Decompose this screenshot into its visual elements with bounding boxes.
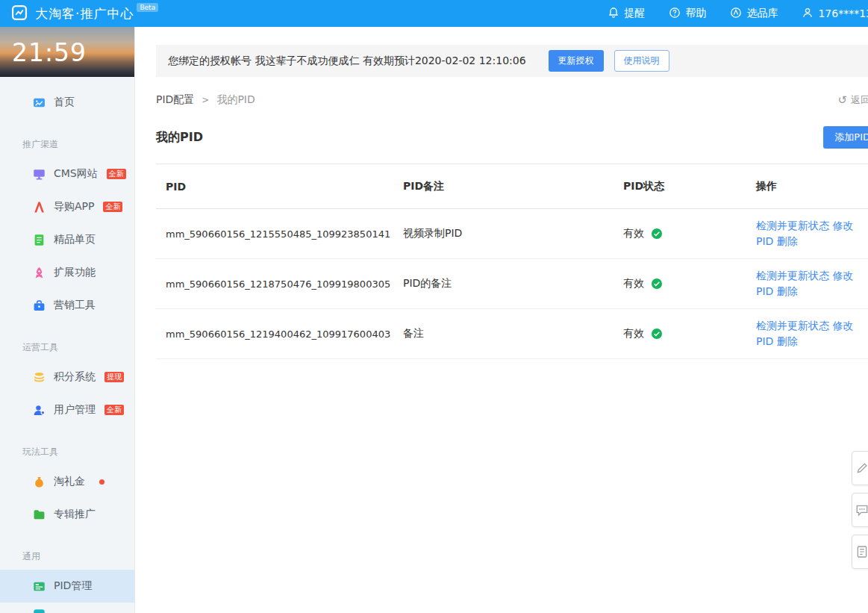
- action-link[interactable]: 删除: [777, 335, 798, 347]
- cms-icon: [33, 168, 46, 181]
- status-text: 有效: [623, 277, 644, 290]
- doc-icon: [855, 545, 868, 558]
- pid-status-cell: 有效: [613, 268, 746, 299]
- sidebar-item[interactable]: 专辑推广: [0, 498, 134, 531]
- sidebar-item-label: 扩展功能: [54, 266, 96, 279]
- beta-badge: Beta: [137, 3, 158, 12]
- chat-button[interactable]: [852, 493, 868, 527]
- chat-icon: [855, 503, 868, 517]
- coins-icon: [33, 371, 46, 384]
- sidebar-item[interactable]: 导购APP全新: [0, 190, 134, 223]
- clock-text: 21:59: [12, 37, 87, 66]
- pid-status-cell: 有效: [613, 218, 746, 249]
- help-icon: [669, 7, 681, 21]
- header-nav-user[interactable]: 176****13: [802, 7, 868, 21]
- actions-cell: 检测并更新状态 修改PID 删除: [746, 259, 868, 308]
- pid-cell: mm_590660156_1215550485_109923850141: [156, 220, 393, 249]
- sidebar-item[interactable]: 首页: [0, 86, 134, 119]
- floating-toolbar: [852, 451, 868, 569]
- table-row: mm_590660156_1215550485_109923850141视频录制…: [156, 209, 868, 259]
- column-header: PID状态: [613, 180, 746, 193]
- check-circle-icon: [651, 278, 663, 290]
- sidebar-item-label: 导购APP: [54, 200, 94, 214]
- partial-icon: [33, 609, 46, 613]
- header-nav-library[interactable]: 选品库: [730, 7, 778, 21]
- sidebar-item-label: 淘礼金: [54, 475, 85, 488]
- app-icon: [33, 201, 46, 214]
- breadcrumb: PID配置 > 我的PID ↺ 返回上: [156, 93, 868, 107]
- bell-icon: [608, 7, 619, 21]
- app-logo-icon: [10, 4, 28, 22]
- pid-cell: mm_590660156_1218750476_109919800305: [156, 270, 393, 299]
- moneybag-icon: [33, 476, 46, 488]
- pid-note-cell: 备注: [393, 318, 613, 349]
- sidebar-item-label: 积分系统: [54, 370, 96, 384]
- logo-icon: [11, 4, 28, 23]
- title-row: 我的PID 添加PID: [156, 126, 847, 149]
- sidebar-item[interactable]: 积分系统提现: [0, 361, 134, 393]
- add-pid-button[interactable]: 添加PID: [823, 126, 868, 149]
- back-link[interactable]: ↺ 返回上: [837, 93, 868, 107]
- back-arrow-icon: ↺: [837, 93, 847, 107]
- rocket-icon: [33, 267, 46, 279]
- sidebar-menu: 首页推广渠道CMS网站全新导购APP全新精品单页扩展功能营销工具运营工具积分系统…: [0, 77, 134, 613]
- action-link[interactable]: 检测并更新状态: [756, 270, 829, 281]
- table-row: mm_590660156_1218750476_109919800305PID的…: [156, 259, 868, 309]
- sidebar-item[interactable]: 精品单页: [0, 223, 134, 256]
- briefcase-icon: [33, 299, 46, 312]
- auth-notice-bar: 您绑定的授权帐号 我这辈子不成功便成仁 有效期预计2020-02-02 12:1…: [156, 45, 868, 77]
- top-header: 大淘客·推广中心 Beta 提醒帮助选品库176****13: [0, 0, 868, 27]
- sidebar-item[interactable]: 营销工具: [0, 289, 134, 322]
- nav-label: 提醒: [624, 7, 645, 20]
- sidebar-item-label: 精品单页: [54, 233, 96, 246]
- back-label: 返回上: [851, 93, 868, 107]
- red-badge: 全新: [107, 169, 126, 179]
- sidebar-item[interactable]: 扩展功能: [0, 256, 134, 289]
- action-link[interactable]: 删除: [777, 235, 798, 247]
- sidebar-item-label: 营销工具: [54, 299, 96, 312]
- main-content: 您绑定的授权帐号 我这辈子不成功便成仁 有效期预计2020-02-02 12:1…: [135, 27, 868, 613]
- usage-help-button[interactable]: 使用说明: [614, 50, 669, 72]
- pid-cell: mm_590660156_1219400462_109917600403: [156, 320, 393, 349]
- notification-dot: [99, 479, 104, 485]
- pid-status-cell: 有效: [613, 318, 746, 349]
- nav-label: 帮助: [685, 7, 706, 20]
- sidebar-item[interactable]: CMS网站全新: [0, 158, 134, 190]
- edit-button[interactable]: [852, 451, 868, 485]
- actions-cell: 检测并更新状态 修改PID 删除: [746, 209, 868, 258]
- sidebar-photo: 21:59: [0, 27, 134, 77]
- sidebar-item-label: 首页: [54, 96, 75, 109]
- action-link[interactable]: 检测并更新状态: [756, 320, 829, 332]
- header-nav: 提醒帮助选品库176****13: [608, 7, 868, 21]
- header-nav-bell[interactable]: 提醒: [608, 7, 645, 21]
- sidebar-item[interactable]: 用户管理全新: [0, 393, 134, 426]
- library-icon: [730, 7, 742, 21]
- page-icon: [33, 234, 46, 246]
- action-link[interactable]: 删除: [777, 285, 798, 297]
- sidebar-item-label: 专辑推广: [54, 508, 96, 521]
- action-link[interactable]: 检测并更新状态: [756, 220, 829, 231]
- check-circle-icon: [651, 228, 663, 240]
- users-icon: [33, 404, 46, 417]
- sidebar-item[interactable]: 淘礼金: [0, 465, 134, 498]
- red-badge: 全新: [103, 202, 122, 212]
- status-text: 有效: [623, 327, 644, 340]
- column-header: PID: [156, 181, 393, 193]
- page-title: 我的PID: [156, 130, 203, 146]
- update-auth-button[interactable]: 更新授权: [549, 50, 604, 72]
- column-header: PID备注: [393, 180, 613, 193]
- auth-notice-text: 您绑定的授权帐号 我这辈子不成功便成仁 有效期预计2020-02-02 12:1…: [168, 55, 526, 68]
- table-body: mm_590660156_1215550485_109923850141视频录制…: [156, 209, 868, 359]
- app-title: 大淘客·推广中心: [35, 5, 134, 22]
- sidebar-item-partial[interactable]: [0, 603, 134, 613]
- sidebar-item-label: CMS网站: [54, 167, 98, 181]
- home-icon: [33, 96, 46, 109]
- header-nav-help[interactable]: 帮助: [669, 7, 706, 21]
- sidebar-item-label: 用户管理: [54, 403, 96, 417]
- folder-icon: [33, 508, 46, 521]
- check-circle-icon: [651, 328, 663, 340]
- doc-button[interactable]: [852, 535, 868, 569]
- breadcrumb-parent[interactable]: PID配置: [156, 93, 194, 107]
- sidebar-item[interactable]: PID管理: [0, 570, 134, 603]
- sidebar-section-label: 玩法工具: [0, 426, 134, 465]
